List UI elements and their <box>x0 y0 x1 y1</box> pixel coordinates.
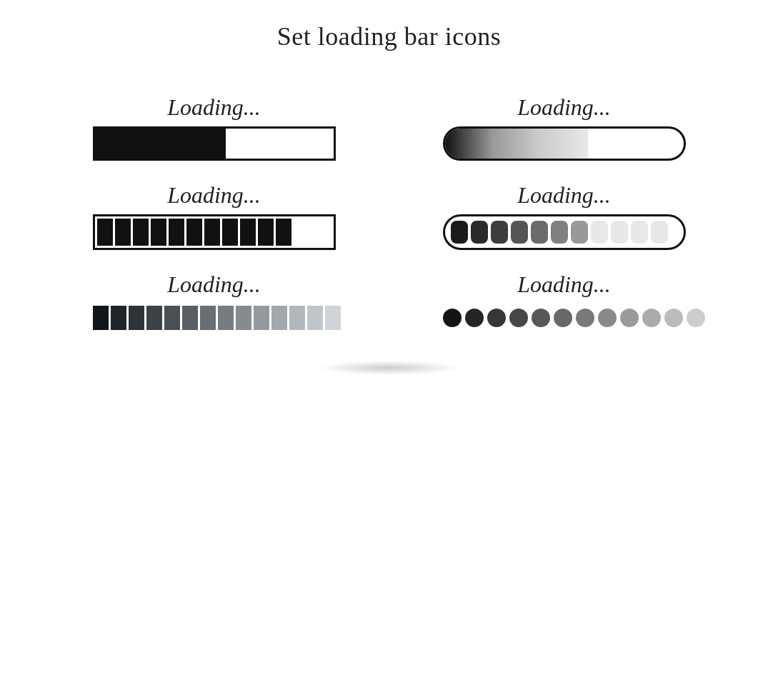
loading-bar-gradient-dots <box>443 304 686 332</box>
grad-sq <box>271 306 287 330</box>
loading-item-3: Loading... <box>68 182 361 250</box>
dot-block <box>631 221 648 244</box>
seg-block <box>222 219 238 246</box>
loading-bars-grid: Loading... Loading... Loading... Loading… <box>68 94 711 332</box>
dot-block <box>531 221 548 244</box>
seg-block <box>204 219 220 246</box>
bar-simple-fill <box>95 129 226 159</box>
dot-block <box>451 221 468 244</box>
grad-sq <box>200 306 216 330</box>
grad-dot <box>532 309 550 327</box>
loading-item-2: Loading... <box>418 94 711 161</box>
seg-block <box>115 219 131 246</box>
dot-block <box>651 221 668 244</box>
bar-rounded-fill <box>445 129 588 159</box>
loading-item-6: Loading... <box>418 271 711 332</box>
grad-dot <box>465 309 484 327</box>
seg-block <box>294 219 309 246</box>
seg-block <box>133 219 149 246</box>
dot-block <box>591 221 608 244</box>
loading-item-5: Loading... <box>68 271 361 332</box>
loading-label-2: Loading... <box>517 94 611 121</box>
loading-bar-gradient-squares <box>93 304 336 332</box>
grad-sq <box>289 306 305 330</box>
dot-block <box>611 221 628 244</box>
loading-item-1: Loading... <box>68 94 361 161</box>
grad-sq <box>307 306 323 330</box>
grad-sq <box>146 306 162 330</box>
grad-dot <box>687 309 705 327</box>
loading-bar-segmented <box>93 214 336 250</box>
grad-sq <box>129 306 144 330</box>
shadow-decoration <box>318 361 461 375</box>
grad-sq <box>164 306 180 330</box>
grad-sq <box>93 306 109 330</box>
grad-sq <box>254 306 269 330</box>
dot-block <box>491 221 508 244</box>
grad-sq <box>218 306 234 330</box>
grad-dot <box>487 309 506 327</box>
grad-dot <box>620 309 639 327</box>
grad-sq <box>236 306 251 330</box>
grad-sq <box>325 306 341 330</box>
seg-block <box>151 219 166 246</box>
dot-block <box>551 221 568 244</box>
grad-dot <box>642 309 661 327</box>
seg-block <box>240 219 256 246</box>
dot-block <box>471 221 488 244</box>
seg-block <box>329 219 336 246</box>
grad-dot <box>598 309 617 327</box>
grad-sq <box>182 306 198 330</box>
loading-label-5: Loading... <box>167 271 261 298</box>
bar-simple-empty <box>226 129 333 159</box>
seg-block <box>169 219 184 246</box>
loading-bar-rounded <box>443 126 686 161</box>
loading-label-6: Loading... <box>517 271 611 298</box>
seg-block <box>258 219 274 246</box>
grad-dot <box>443 309 462 327</box>
dot-block <box>571 221 588 244</box>
grad-dot <box>576 309 594 327</box>
dot-block <box>511 221 528 244</box>
loading-label-3: Loading... <box>167 182 261 209</box>
loading-bar-rounded-segs <box>443 214 686 250</box>
loading-bar-simple <box>93 126 336 161</box>
grad-sq <box>111 306 126 330</box>
grad-dot <box>554 309 572 327</box>
loading-label-1: Loading... <box>167 94 261 121</box>
seg-block <box>276 219 291 246</box>
page-title: Set loading bar icons <box>277 21 501 51</box>
loading-label-4: Loading... <box>517 182 611 209</box>
loading-item-4: Loading... <box>418 182 711 250</box>
seg-block <box>97 219 113 246</box>
grad-dot <box>664 309 683 327</box>
seg-block <box>311 219 327 246</box>
seg-block <box>186 219 202 246</box>
grad-dot <box>509 309 528 327</box>
